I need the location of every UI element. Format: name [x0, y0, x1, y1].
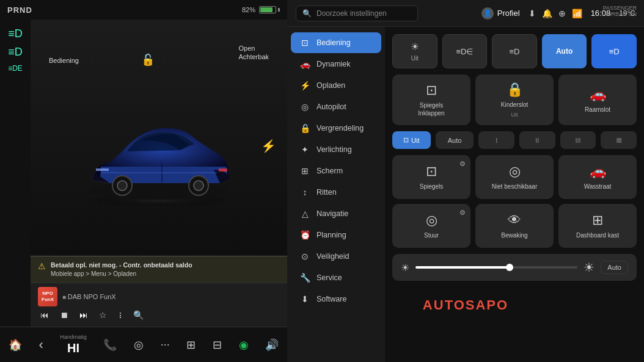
spiegels2-label: Spiegels — [420, 183, 443, 190]
software-label: Software — [317, 295, 346, 303]
sidebar-icon-3[interactable]: ≡DE — [8, 65, 23, 72]
service-label: Service — [317, 273, 342, 282]
profile-section[interactable]: 👤 Profiel — [481, 7, 520, 20]
signal-icon: 📶 — [572, 9, 582, 18]
dots-icon: ··· — [161, 338, 170, 351]
mode-low1[interactable]: ≡D∈ — [442, 34, 488, 68]
niet-beschikbaar-tile[interactable]: ◎ Niet beschikbaar — [475, 155, 554, 199]
nav-service[interactable]: 🔧 Service — [291, 267, 381, 288]
nav-veiligheid[interactable]: ⊙ Veiligheid — [291, 246, 381, 267]
mode-low2[interactable]: ≡D — [492, 34, 537, 68]
next-button[interactable]: ⏭ — [79, 310, 88, 320]
nav-ritten[interactable]: ↕ Ritten — [291, 182, 381, 203]
label-voorbak[interactable]: Bediening — [49, 56, 79, 65]
sidebar-icon-1[interactable]: ≡D — [8, 28, 23, 39]
spiegels-tile[interactable]: ⊡ Spiegels ⚙ — [392, 155, 470, 199]
autopilot-icon: ◎ — [299, 102, 310, 112]
prev-button[interactable]: ⏮ — [40, 310, 49, 320]
stuur-tile[interactable]: ◎ Stuur ⚙ — [392, 204, 470, 248]
raamslot-tile[interactable]: 🚗 Raamslot — [558, 74, 637, 125]
stuur-lock: ⚙ — [459, 209, 466, 217]
voorbak-text: Bediening — [49, 57, 79, 64]
wiper-speed-4[interactable]: IIII — [601, 131, 637, 149]
mode-uit[interactable]: ☀ Uit — [392, 34, 437, 68]
search-media-button[interactable]: 🔍 — [133, 310, 144, 320]
brightness-high-icon: ☀ — [584, 260, 595, 275]
nav-dynamiek[interactable]: 🚗 Dynamiek — [291, 54, 381, 74]
mode-full[interactable]: ≡D — [591, 34, 637, 68]
bottom-taskbar: 🏠 ‹ Handmatig HI 📞 ◎ ··· ⊞ ⊟ ◉ 🔊 — [0, 327, 287, 362]
taskbar-dots[interactable]: ··· — [161, 338, 170, 351]
dashboard-tile[interactable]: ⊞ Dashboard kast — [558, 204, 637, 248]
nav-software[interactable]: ⬇ Software — [291, 289, 381, 310]
taskbar-spotify[interactable]: ◉ — [239, 338, 249, 352]
wiper-icon: ⊡ — [403, 136, 409, 144]
profile-label: Profiel — [497, 9, 520, 18]
home-icon: 🏠 — [9, 338, 22, 352]
alert-content: Betaald opl. niet mog. - Contr. onbetaal… — [51, 261, 192, 278]
service-icon: 🔧 — [299, 273, 310, 283]
nav-verlichting[interactable]: ✦ Verlichting — [291, 139, 381, 160]
ritten-icon: ↕ — [299, 187, 310, 197]
media-top: NPOFunX ■ DAB NPO FunX — [38, 287, 280, 306]
brightness-row: ☀ ☀ Auto — [392, 254, 637, 281]
nav-scherm[interactable]: ⊞ Scherm — [291, 161, 381, 181]
lock-icon: 🔓 — [141, 53, 155, 67]
scherm-label: Scherm — [317, 167, 343, 175]
software-icon: ⬇ — [299, 294, 310, 304]
bluetooth-icon[interactable]: ⊕ — [558, 9, 566, 18]
settings-content: ☀ Uit ≡D∈ ≡D Auto ≡D ⊡ — [385, 27, 644, 362]
mode-uit-icon: ☀ — [411, 41, 419, 52]
bewaking-tile[interactable]: 👁 Bewaking — [475, 204, 554, 248]
media-source-type: ■ — [62, 294, 68, 300]
label-achterbak[interactable]: OpenAchterbak — [238, 44, 269, 62]
nav-navigatie[interactable]: △ Navigatie — [291, 203, 381, 224]
svg-point-6 — [194, 181, 203, 190]
stop-button[interactable]: ⏹ — [60, 310, 68, 320]
bediening-icon: ⊡ — [299, 38, 310, 48]
equalizer-button[interactable]: ⫶ — [118, 310, 122, 320]
taskbar-phone[interactable]: 📞 — [103, 338, 117, 352]
taskbar-media[interactable]: ⊟ — [213, 338, 222, 352]
mode-low1-icon: ≡D∈ — [456, 47, 473, 56]
svg-point-4 — [117, 181, 127, 190]
spiegels-inklappen-tile[interactable]: ⊡ SpiegelsInklappen — [392, 74, 470, 125]
nav-opladen[interactable]: ⚡ Opladen — [291, 75, 381, 96]
wiper-speed-3[interactable]: III — [560, 131, 596, 149]
favorite-button[interactable]: ☆ — [99, 310, 107, 320]
taskbar-volume[interactable]: 🔊 — [265, 338, 279, 352]
search-box[interactable]: 🔍 Doorzoek instellingen — [296, 5, 418, 21]
nav-autopilot[interactable]: ◎ Autopilot — [291, 96, 381, 117]
wiper-speed-2[interactable]: II — [519, 131, 555, 149]
planning-label: Planning — [317, 231, 346, 239]
opladen-label: Opladen — [317, 81, 345, 90]
taskbar-camera[interactable]: ◎ — [134, 338, 144, 352]
taskbar-grid[interactable]: ⊞ — [186, 338, 196, 352]
nav-vergrendeling[interactable]: 🔒 Vergrendeling — [291, 118, 381, 139]
nav-bediening[interactable]: ⊡ Bediening — [291, 32, 381, 53]
bewaking-label: Bewaking — [501, 231, 527, 239]
wiper-speed-1[interactable]: I — [478, 131, 514, 149]
taskbar-home[interactable]: 🏠 — [9, 338, 22, 352]
left-panel: PRND 82% ≡D ≡D ≡DE Bediening 🔓 OpenAchte… — [0, 0, 287, 362]
sidebar-icon-2[interactable]: ≡D — [8, 46, 23, 57]
kinderslot-tile[interactable]: 🔒 Kinderslot Uit — [475, 74, 554, 125]
download-icon[interactable]: ⬇ — [529, 9, 536, 18]
hi-sublabel: Handmatig — [60, 334, 87, 340]
taskbar-back[interactable]: ‹ — [38, 337, 43, 353]
wiper-uit[interactable]: ⊡ Uit — [392, 131, 431, 149]
mode-auto[interactable]: Auto — [542, 34, 587, 68]
nav-planning[interactable]: ⏰ Planning — [291, 225, 381, 245]
auto-badge[interactable]: Auto — [601, 261, 628, 274]
brightness-slider[interactable] — [415, 266, 577, 269]
media-source-name: DAB NPO FunX — [68, 293, 116, 300]
grid-icon: ⊞ — [186, 338, 196, 352]
spiegels-label: SpiegelsInklappen — [418, 101, 444, 117]
bell-icon[interactable]: 🔔 — [542, 9, 552, 18]
taskbar-hi[interactable]: Handmatig HI — [60, 334, 87, 355]
mirror-controls-grid: ⊡ SpiegelsInklappen 🔒 Kinderslot Uit 🚗 R… — [392, 74, 637, 125]
achterbak-text: OpenAchterbak — [238, 45, 269, 60]
wiper-auto[interactable]: Auto — [436, 131, 474, 149]
kinderslot-icon: 🔒 — [507, 82, 523, 98]
wasstraat-tile[interactable]: 🚗 Wasstraat — [558, 155, 637, 199]
